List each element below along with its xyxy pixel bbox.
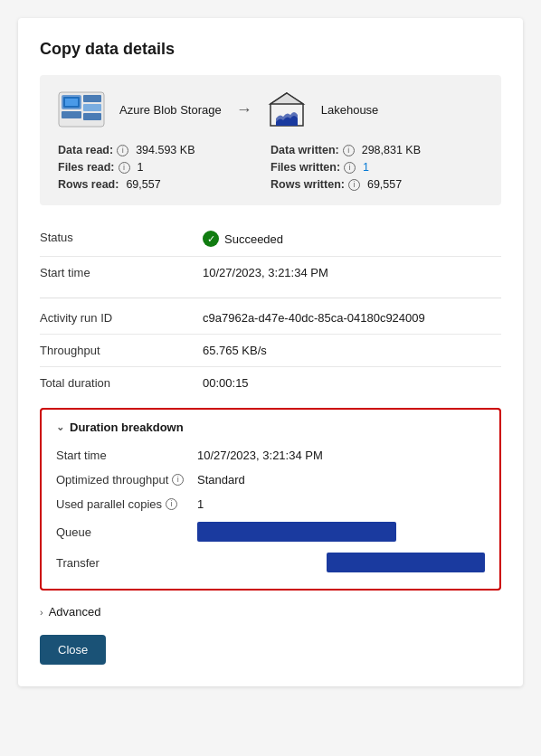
parallel-copies-info-icon[interactable]: i bbox=[166, 498, 177, 510]
copy-summary-box: Azure Blob Storage → Lakehouse Data read… bbox=[40, 75, 501, 205]
transfer-bar-cell bbox=[197, 547, 485, 578]
advanced-label: Advanced bbox=[49, 605, 101, 619]
chevron-down-icon: ⌄ bbox=[56, 421, 64, 433]
optimized-throughput-info-icon[interactable]: i bbox=[172, 474, 184, 486]
files-read-row: Files read: i 1 bbox=[58, 161, 270, 174]
total-duration-label: Total duration bbox=[40, 367, 203, 400]
status-label: Status bbox=[40, 222, 203, 257]
status-value: Succeeded bbox=[203, 222, 501, 257]
queue-bar-container bbox=[197, 522, 485, 542]
throughput-label: Throughput bbox=[40, 335, 203, 367]
used-parallel-copies-row: Used parallel copies i 1 bbox=[56, 492, 485, 516]
total-duration-row: Total duration 00:00:15 bbox=[40, 367, 501, 400]
queue-bar-row: Queue bbox=[56, 516, 485, 547]
duration-start-time-row: Start time 10/27/2023, 3:21:34 PM bbox=[56, 443, 485, 468]
advanced-section[interactable]: › Advanced bbox=[40, 605, 501, 619]
lakehouse-icon bbox=[267, 90, 307, 129]
duration-breakdown-section: ⌄ Duration breakdown Start time 10/27/20… bbox=[40, 408, 501, 591]
data-read-info-icon[interactable]: i bbox=[117, 145, 128, 156]
start-time-value: 10/27/2023, 3:21:34 PM bbox=[203, 257, 501, 289]
duration-breakdown-label: Duration breakdown bbox=[70, 421, 184, 434]
arrow-icon: → bbox=[236, 100, 252, 119]
queue-bar-cell bbox=[197, 516, 485, 547]
activity-run-id-row: Activity run ID c9a7962a-d47e-40dc-85ca-… bbox=[40, 302, 501, 335]
page-title: Copy data details bbox=[40, 40, 501, 59]
rows-written-row: Rows written: i 69,557 bbox=[270, 178, 483, 191]
rows-written-info-icon[interactable]: i bbox=[348, 179, 360, 191]
divider bbox=[40, 298, 501, 298]
status-row: Status Succeeded bbox=[40, 222, 501, 257]
duration-table: Start time 10/27/2023, 3:21:34 PM Optimi… bbox=[56, 443, 485, 578]
duration-breakdown-header[interactable]: ⌄ Duration breakdown bbox=[56, 421, 485, 434]
svg-rect-4 bbox=[83, 104, 101, 111]
status-succeeded: Succeeded bbox=[203, 231, 501, 247]
optimized-throughput-row: Optimized throughput i Standard bbox=[56, 468, 485, 492]
source-label: Azure Blob Storage bbox=[119, 103, 222, 117]
copy-data-details-panel: Copy data details Azure Blob Storage → bbox=[18, 18, 523, 686]
queue-bar bbox=[197, 522, 396, 542]
used-parallel-copies-label: Used parallel copies i bbox=[56, 492, 197, 516]
data-read-row: Data read: i 394.593 KB bbox=[58, 144, 270, 156]
svg-rect-2 bbox=[62, 111, 81, 118]
duration-start-time-value: 10/27/2023, 3:21:34 PM bbox=[197, 443, 485, 468]
stats-left: Data read: i 394.593 KB Files read: i 1 … bbox=[58, 144, 270, 191]
duration-start-time-label: Start time bbox=[56, 443, 197, 468]
files-written-info-icon[interactable]: i bbox=[344, 162, 356, 174]
transfer-bar-row: Transfer bbox=[56, 547, 485, 578]
throughput-row: Throughput 65.765 KB/s bbox=[40, 335, 501, 367]
svg-rect-5 bbox=[83, 113, 101, 120]
activity-run-id-value: c9a7962a-d47e-40dc-85ca-04180c924009 bbox=[203, 302, 501, 335]
activity-run-id-label: Activity run ID bbox=[40, 302, 203, 335]
optimized-throughput-value: Standard bbox=[197, 468, 485, 492]
chevron-right-icon: › bbox=[40, 607, 43, 618]
stats-right: Data written: i 298,831 KB Files written… bbox=[270, 144, 483, 191]
used-parallel-copies-value: 1 bbox=[197, 492, 485, 516]
start-time-row: Start time 10/27/2023, 3:21:34 PM bbox=[40, 257, 501, 289]
transfer-label: Transfer bbox=[56, 547, 197, 578]
data-written-info-icon[interactable]: i bbox=[343, 145, 355, 156]
total-duration-value: 00:00:15 bbox=[203, 367, 501, 400]
start-time-label: Start time bbox=[40, 257, 203, 289]
files-written-row: Files written: i 1 bbox=[270, 161, 483, 174]
svg-rect-3 bbox=[83, 95, 101, 102]
dest-label: Lakehouse bbox=[321, 103, 379, 117]
throughput-value: 65.765 KB/s bbox=[203, 335, 501, 367]
rows-read-row: Rows read: 69,557 bbox=[58, 178, 270, 191]
files-read-info-icon[interactable]: i bbox=[119, 162, 130, 174]
source-dest-row: Azure Blob Storage → Lakehouse bbox=[58, 90, 483, 129]
optimized-throughput-label: Optimized throughput i bbox=[56, 468, 197, 492]
azure-blob-storage-icon bbox=[58, 91, 105, 128]
data-written-row: Data written: i 298,831 KB bbox=[270, 144, 483, 156]
transfer-bar bbox=[327, 553, 485, 572]
queue-label: Queue bbox=[56, 516, 197, 547]
stats-grid: Data read: i 394.593 KB Files read: i 1 … bbox=[58, 144, 483, 191]
close-button[interactable]: Close bbox=[40, 635, 106, 665]
info-table: Status Succeeded Start time 10/27/2023, … bbox=[40, 222, 501, 288]
check-circle-icon bbox=[203, 231, 219, 247]
transfer-bar-container bbox=[197, 553, 485, 572]
svg-rect-7 bbox=[65, 99, 78, 106]
info-table-2: Activity run ID c9a7962a-d47e-40dc-85ca-… bbox=[40, 302, 501, 399]
